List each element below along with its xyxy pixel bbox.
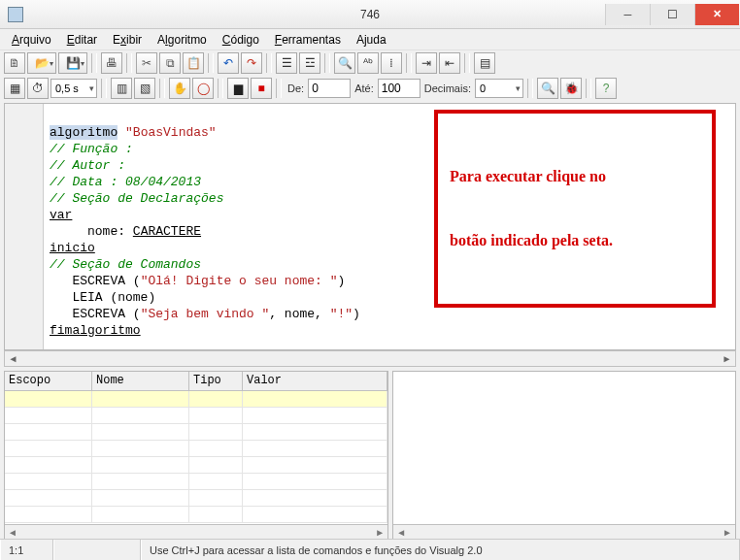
run-button[interactable]: ▦	[4, 78, 25, 99]
scroll-left-icon[interactable]: ◄	[393, 525, 409, 540]
chart-button[interactable]: ▤	[474, 52, 495, 74]
bottom-pane: Escopo Nome Tipo Valor ◄ ► ◄ ►	[4, 371, 736, 541]
cut-button[interactable]: ✂	[136, 52, 157, 74]
run-icon: ▦	[10, 82, 20, 94]
code-content[interactable]: algoritmo "BoasVindas" // Função : // Au…	[44, 104, 735, 349]
step-button[interactable]: ▥	[111, 78, 132, 99]
zoom-button[interactable]: 🔍	[537, 78, 558, 99]
outdent-icon: ⇤	[445, 57, 454, 69]
replace-button[interactable]: ᴬᵇ	[357, 52, 379, 74]
code-line-12e: )	[353, 307, 360, 321]
paste-icon: 📋	[186, 57, 201, 69]
menu-codigo[interactable]: Código	[215, 31, 267, 49]
menu-arquivo[interactable]: Arquivo	[4, 31, 59, 49]
open-button[interactable]: 📂	[27, 52, 56, 74]
code-line-13: fimalgoritmo	[50, 323, 141, 338]
toolbar-main: 🗎 📂 💾 🖶 ✂ ⧉ 📋 ↶ ↷ ☰ ☲ 🔍 ᴬᵇ ⁞ ⇥ ⇤ ▤	[0, 50, 740, 76]
undo-icon: ↶	[223, 57, 233, 69]
scroll-right-icon[interactable]: ►	[720, 525, 735, 540]
col-escopo[interactable]: Escopo	[5, 372, 92, 390]
stop-button[interactable]: ■	[251, 78, 272, 99]
code-line-9: // Seção de Comandos	[50, 257, 201, 272]
menu-algoritmo[interactable]: Algoritmo	[150, 31, 215, 49]
de-input[interactable]	[308, 79, 351, 98]
goto-icon: ☰	[282, 57, 292, 69]
code-line-8: inicio	[50, 241, 95, 255]
open-folder-icon: 📂	[35, 57, 50, 69]
col-tipo[interactable]: Tipo	[189, 372, 243, 390]
print-icon: 🖶	[106, 57, 118, 69]
code-line-10b: "Olá! Digite o seu nome: "	[141, 274, 338, 288]
scroll-left-icon[interactable]: ◄	[5, 351, 21, 366]
new-button[interactable]: 🗎	[4, 52, 25, 74]
paste-button[interactable]: 📋	[183, 52, 204, 74]
comment-button[interactable]: ☲	[299, 52, 320, 74]
menu-ferramentas[interactable]: Ferramentas	[267, 31, 349, 49]
copy-button[interactable]: ⧉	[159, 52, 181, 74]
decimais-label: Decimais:	[422, 82, 473, 94]
maximize-button[interactable]: ☐	[650, 4, 694, 25]
de-label: De:	[286, 82, 306, 94]
table-row[interactable]	[5, 408, 387, 424]
variables-grid[interactable]	[5, 391, 387, 524]
gotoline-button[interactable]: ☰	[276, 52, 297, 74]
stepover-button[interactable]: ▧	[134, 78, 155, 99]
ate-label: Até:	[353, 82, 376, 94]
code-line-12a: ESCREVA (	[50, 307, 141, 321]
col-nome[interactable]: Nome	[92, 372, 189, 390]
hint-box: Para executar clique no botão indicado p…	[434, 110, 716, 308]
console-icon: ▆	[234, 82, 243, 94]
outdent-button[interactable]: ⇤	[439, 52, 460, 74]
table-row[interactable]	[5, 474, 387, 490]
scroll-left-icon[interactable]: ◄	[5, 525, 20, 540]
editor-area: algoritmo "BoasVindas" // Função : // Au…	[0, 103, 740, 367]
variables-panel: Escopo Nome Tipo Valor ◄ ►	[4, 371, 388, 541]
table-row[interactable]	[5, 457, 387, 474]
table-row[interactable]	[5, 507, 387, 523]
output-area[interactable]	[393, 372, 735, 524]
hand-icon: ✋	[173, 82, 187, 94]
col-valor[interactable]: Valor	[243, 372, 387, 390]
console-button[interactable]: ▆	[227, 78, 249, 99]
new-file-icon: 🗎	[9, 57, 20, 69]
menu-exibir[interactable]: Exibir	[105, 31, 150, 49]
redo-button[interactable]: ↷	[241, 52, 262, 74]
findnext-button[interactable]: ⁞	[381, 52, 402, 74]
editor-gutter	[5, 104, 44, 349]
window-buttons: ─ ☐ ✕	[605, 4, 739, 25]
save-button[interactable]: 💾	[58, 52, 87, 74]
bug-button[interactable]: 🐞	[560, 78, 582, 99]
undo-button[interactable]: ↶	[218, 52, 239, 74]
pause-button[interactable]: ◯	[192, 78, 214, 99]
table-row[interactable]	[5, 391, 387, 408]
indent-button[interactable]: ⇥	[416, 52, 437, 74]
find-button[interactable]: 🔍	[334, 52, 355, 74]
close-button[interactable]: ✕	[694, 4, 739, 25]
code-line-5: // Seção de Declarações	[50, 191, 223, 206]
scroll-right-icon[interactable]: ►	[372, 525, 387, 540]
variables-header: Escopo Nome Tipo Valor	[5, 372, 387, 391]
code-editor[interactable]: algoritmo "BoasVindas" // Função : // Au…	[4, 103, 736, 350]
code-line-4: // Data : 08/04/2013	[50, 175, 201, 189]
save-disk-icon: 💾	[66, 57, 81, 69]
toolbar-run: ▦ ⏱ 0,5 s ▥ ▧ ✋ ◯ ▆ ■ De: Até: Decimais:…	[0, 76, 740, 101]
menu-ajuda[interactable]: Ajuda	[349, 31, 394, 49]
delay-value: 0,5 s	[55, 82, 79, 94]
code-line-3: // Autor :	[50, 158, 125, 173]
replace-icon: ᴬᵇ	[363, 57, 373, 69]
ate-input[interactable]	[378, 79, 420, 98]
timer-button[interactable]: ⏱	[27, 78, 49, 99]
table-row[interactable]	[5, 490, 387, 507]
menu-editar[interactable]: Editar	[59, 31, 105, 49]
help-button[interactable]: ?	[595, 78, 617, 99]
delay-combo[interactable]: 0,5 s	[50, 79, 97, 98]
print-button[interactable]: 🖶	[101, 52, 122, 74]
decimais-combo[interactable]: 0	[475, 79, 523, 98]
variables-scrollbar[interactable]: ◄ ►	[5, 524, 387, 540]
hand-button[interactable]: ✋	[169, 78, 190, 99]
find-icon: 🔍	[338, 57, 353, 69]
table-row[interactable]	[5, 424, 387, 441]
minimize-button[interactable]: ─	[605, 4, 650, 25]
table-row[interactable]	[5, 441, 387, 457]
output-scrollbar[interactable]: ◄ ►	[393, 524, 735, 540]
